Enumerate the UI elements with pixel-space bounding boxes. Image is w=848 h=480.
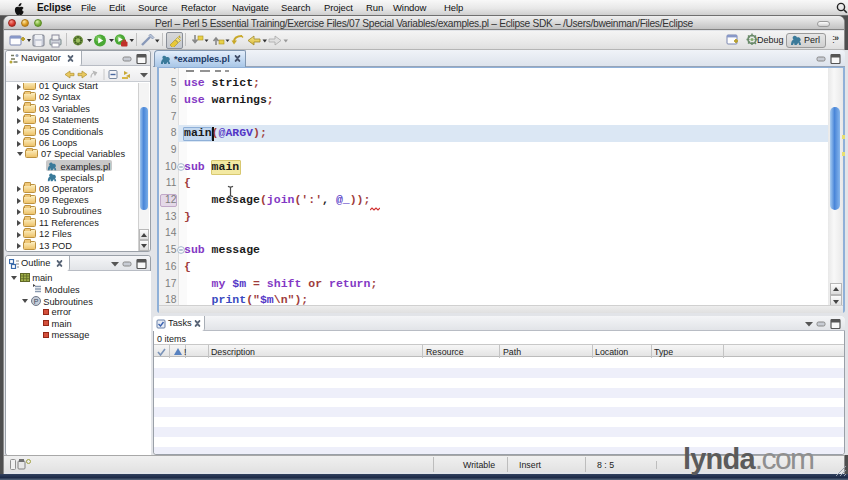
svg-text:P: P [33,297,38,304]
